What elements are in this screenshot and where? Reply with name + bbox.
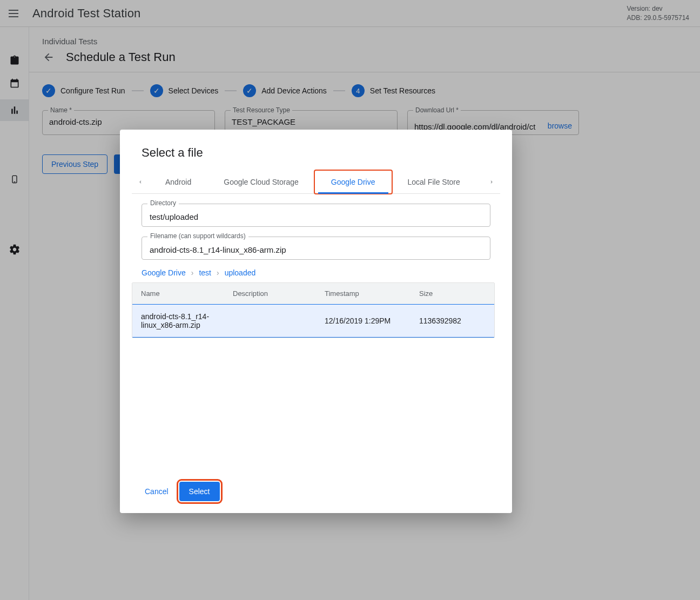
- field-label: Directory: [147, 199, 179, 207]
- tab-google-drive[interactable]: Google Drive: [315, 171, 392, 193]
- crumb-1[interactable]: test: [199, 268, 211, 277]
- col-description: Description: [233, 289, 325, 298]
- col-name: Name: [141, 289, 233, 298]
- chevron-right-icon: ›: [191, 268, 194, 277]
- cell-size: 1136392982: [419, 316, 486, 325]
- select-file-dialog: Select a file Android Google Cloud Stora…: [120, 130, 512, 513]
- cell-timestamp: 12/16/2019 1:29PM: [325, 316, 419, 325]
- select-highlight: Select: [179, 482, 220, 501]
- filename-field[interactable]: Filename (can support wildcards): [142, 237, 490, 260]
- file-table: Name Description Timestamp Size android-…: [132, 282, 495, 338]
- filename-input[interactable]: [149, 245, 483, 255]
- cancel-button[interactable]: Cancel: [142, 483, 172, 500]
- select-button[interactable]: Select: [179, 482, 220, 501]
- crumb-2[interactable]: uploaded: [225, 268, 256, 277]
- path-breadcrumbs: Google Drive › test › uploaded: [142, 268, 490, 277]
- col-size: Size: [419, 289, 486, 298]
- tab-gcs[interactable]: Google Cloud Storage: [207, 171, 315, 193]
- directory-field[interactable]: Directory: [142, 204, 490, 227]
- table-header: Name Description Timestamp Size: [132, 283, 494, 304]
- cell-name: android-cts-8.1_r14-linux_x86-arm.zip: [141, 312, 233, 329]
- tab-android[interactable]: Android: [149, 171, 207, 193]
- dialog-actions: Cancel Select: [120, 473, 512, 513]
- chevron-right-icon[interactable]: [483, 171, 500, 193]
- dialog-title: Select a file: [142, 146, 490, 160]
- directory-input[interactable]: [149, 212, 483, 222]
- tabs-row: Android Google Cloud Storage Google Driv…: [132, 171, 500, 194]
- chevron-right-icon: ›: [217, 268, 219, 277]
- col-timestamp: Timestamp: [325, 289, 419, 298]
- crumb-root[interactable]: Google Drive: [142, 268, 186, 277]
- table-row[interactable]: android-cts-8.1_r14-linux_x86-arm.zip 12…: [132, 304, 494, 338]
- chevron-left-icon[interactable]: [132, 171, 149, 193]
- field-label: Filename (can support wildcards): [147, 232, 248, 240]
- tab-local-file-store[interactable]: Local File Store: [392, 171, 476, 193]
